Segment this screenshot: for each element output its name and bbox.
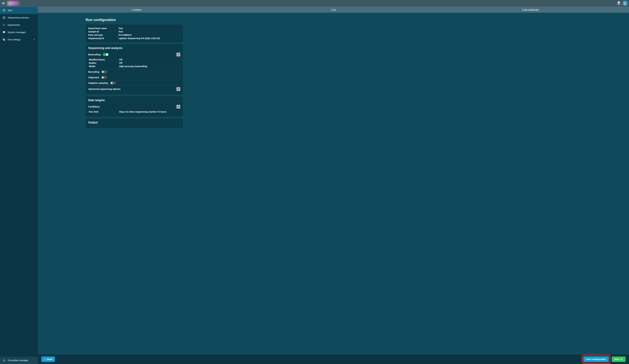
sidebar-item-sequencing-overview[interactable]: Sequencing overview (0, 14, 38, 21)
help-button[interactable]: ? Help (617, 1, 621, 5)
summary-value: Test (119, 30, 123, 33)
conditions-row: Conditions (88, 103, 180, 110)
pencil-icon (177, 53, 179, 56)
double-chevron-right-icon (621, 358, 623, 361)
sidebar-item-label: Experiments (8, 24, 20, 26)
detail-label: Duplex (89, 61, 119, 65)
sequencing-analysis-card: Sequencing and analysis Basecalling Modi… (86, 44, 183, 94)
summary-row: Sample IDTest (88, 30, 180, 33)
chat-icon (2, 31, 5, 34)
svg-rect-8 (4, 18, 4, 19)
app-logo (7, 1, 19, 5)
conditions-label: Conditions (88, 105, 100, 108)
sidebar-item-start[interactable]: Start (0, 7, 38, 14)
stepper: 1. Positions 2. Kit 3. Run configuration (38, 7, 629, 13)
sidebar-item-label: System messages (8, 31, 26, 34)
detail-label: Run limit (89, 110, 119, 113)
sidebar-item-experiments[interactable]: Experiments (0, 21, 38, 29)
svg-rect-3 (5, 16, 5, 17)
basecalling-details: Modified basesOff DuplexOff ModelHigh-ac… (88, 58, 180, 68)
basecalling-row: Basecalling (88, 51, 180, 58)
gear-icon (2, 38, 5, 41)
play-circle-icon (2, 9, 5, 12)
svg-point-11 (3, 361, 3, 362)
content-scroll[interactable]: Run configuration Experiment nameTest Sa… (38, 13, 629, 355)
detail-value: Off (119, 61, 122, 65)
summary-label: Sample ID (88, 30, 119, 33)
adaptive-sampling-toggle[interactable] (110, 82, 116, 85)
summary-row: Sequencing kitLigation Sequencing Kit (S… (88, 37, 180, 40)
trend-icon (2, 23, 5, 26)
save-label: Save configuration (586, 358, 606, 361)
barcoding-label: Barcoding (88, 71, 99, 73)
page-title: Run configuration (86, 18, 183, 22)
alignment-toggle[interactable] (101, 76, 107, 79)
start-button[interactable]: Start (612, 357, 626, 362)
card-title: Output (88, 121, 180, 124)
edit-basecalling-button[interactable] (176, 53, 180, 56)
hub-icon (2, 359, 5, 362)
back-button[interactable]: Back (41, 357, 55, 362)
sidebar-item-connection-manager[interactable]: Connection manager (0, 357, 38, 364)
main-area: 1. Positions 2. Kit 3. Run configuration… (38, 7, 629, 364)
adaptive-sampling-row: Adaptive sampling (88, 80, 180, 86)
edit-advanced-button[interactable] (176, 87, 180, 91)
basecalling-toggle[interactable] (103, 53, 109, 56)
help-icon: ? (618, 1, 620, 3)
card-title: Data targets (88, 98, 180, 102)
sidebar: Start Sequencing overview Experiments Sy… (0, 7, 38, 364)
chevron-right-icon (33, 38, 35, 41)
sidebar-item-label: Connection manager (8, 359, 28, 362)
summary-card: Experiment nameTest Sample IDTest Flow c… (86, 24, 183, 42)
sidebar-item-label: Sequencing overview (8, 16, 29, 19)
svg-rect-2 (4, 16, 4, 17)
svg-point-12 (5, 361, 5, 362)
step-label: 1. Positions (132, 8, 142, 11)
summary-label: Sequencing kit (88, 37, 119, 40)
alignment-label: Alignment (88, 76, 99, 79)
footer-bar: Back Save configuration Start (38, 355, 629, 364)
menu-toggle-button[interactable] (1, 1, 5, 5)
topbar-left (1, 1, 19, 5)
grid-icon (2, 16, 5, 19)
svg-rect-6 (5, 17, 5, 18)
summary-value: Test (119, 27, 123, 30)
step-kit[interactable]: 2. Kit (235, 7, 432, 13)
detail-value: Stop run when sequencing reaches 72 hour… (119, 110, 166, 113)
user-avatar[interactable]: L (623, 1, 628, 6)
basecalling-label: Basecalling (88, 53, 101, 56)
step-label: 3. Run configuration (522, 8, 539, 11)
output-card: Output (86, 119, 183, 128)
summary-value: FLO-MIN114 (119, 33, 132, 37)
summary-row: Experiment nameTest (88, 27, 180, 30)
help-label: Help (617, 3, 621, 5)
svg-rect-1 (3, 16, 3, 17)
start-label: Start (614, 358, 620, 361)
step-positions[interactable]: 1. Positions (38, 7, 235, 13)
detail-value: High-accuracy basecalling (119, 65, 147, 68)
sidebar-item-host-settings[interactable]: Host settings (0, 36, 38, 43)
summary-row: Flow cell typeFLO-MIN114 (88, 33, 180, 37)
step-label: 2. Kit (331, 8, 335, 11)
topbar-right: ? Help L (617, 1, 628, 6)
save-configuration-button[interactable]: Save configuration (583, 356, 609, 362)
content-inner: Run configuration Experiment nameTest Sa… (86, 18, 183, 128)
barcoding-row: Barcoding (88, 69, 180, 75)
chevron-left-icon (44, 358, 46, 360)
back-label: Back (47, 358, 52, 361)
pencil-icon (177, 88, 179, 90)
edit-conditions-button[interactable] (176, 105, 180, 109)
sidebar-item-system-messages[interactable]: System messages (0, 29, 38, 36)
detail-value: Off (119, 58, 122, 61)
save-highlight-wrap: Save configuration (583, 356, 610, 363)
svg-rect-9 (5, 18, 5, 19)
topbar: ? Help L (0, 0, 629, 7)
barcoding-toggle[interactable] (101, 71, 107, 73)
summary-value: Ligation Sequencing Kit (SQK-LSK114) (119, 37, 160, 40)
detail-label: Modified bases (89, 58, 119, 61)
svg-rect-4 (3, 17, 3, 18)
avatar-initial: L (624, 2, 626, 4)
step-run-configuration[interactable]: 3. Run configuration (432, 7, 629, 13)
svg-rect-7 (3, 18, 3, 19)
card-title: Sequencing and analysis (88, 46, 180, 50)
